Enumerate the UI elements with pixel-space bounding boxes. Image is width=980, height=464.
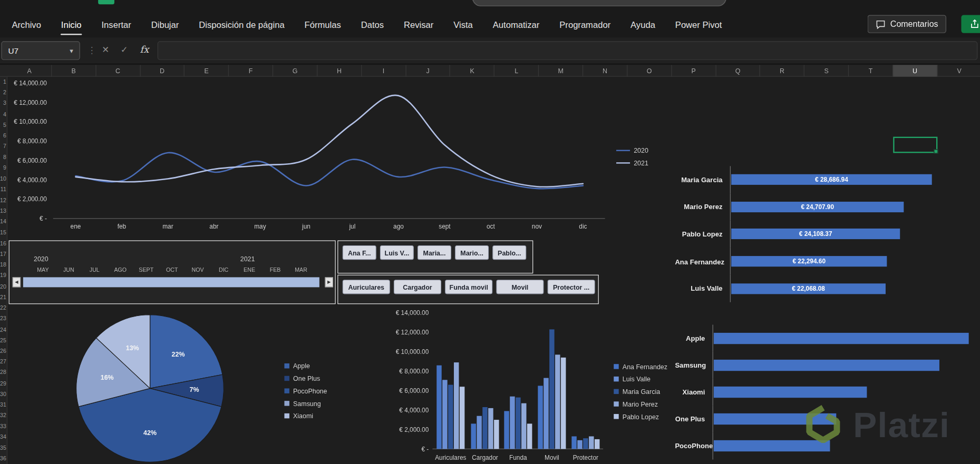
bar-maria-garcia[interactable]: € 28,686.94 [731,174,932,185]
timeline-month-2021-feb[interactable]: FEB [263,266,288,273]
slicer-button-ana-f[interactable]: Ana F... [343,245,376,260]
slicer-button-protector[interactable]: Protector ... [548,280,595,294]
timeline-month-2020-jun[interactable]: JUN [56,266,82,273]
column-bar-ana-fernandez-protector[interactable] [571,436,576,449]
search-box-fragment[interactable] [472,0,726,6]
column-bar-maria-garcia-funda[interactable] [516,398,520,449]
column-bar-ana-fernandez-auriculares[interactable] [436,366,441,449]
ribbon-tab-datos[interactable]: Datos [353,16,392,34]
row-header-32[interactable]: 32 [0,410,6,421]
column-header-r[interactable]: R [760,65,804,77]
column-header-u[interactable]: U [893,65,937,77]
comments-button[interactable]: Comentarios [868,15,946,33]
row-header-31[interactable]: 31 [0,400,6,410]
row-header-25[interactable]: 25 [0,335,6,345]
bar-luis-valle[interactable]: € 22,068.08 [731,283,886,294]
row-header-26[interactable]: 26 [0,346,6,357]
formula-input[interactable] [158,41,977,60]
row-header-30[interactable]: 30 [0,389,6,400]
timeline-selection-bar[interactable] [23,277,319,287]
column-bar-mario-perez-protector[interactable] [589,436,594,449]
slicer-button-auriculares[interactable]: Auriculares [343,280,390,294]
timeline-month-2020-dic[interactable]: DIC [211,266,237,273]
ribbon-tab-automatizar[interactable]: Automatizar [484,16,547,34]
ribbon-tab-power-pivot[interactable]: Power Pivot [667,16,730,34]
column-bar-pablo-lopez-funda[interactable] [527,423,532,449]
insert-function-icon[interactable]: fx [140,44,149,55]
formula-bar-grip[interactable]: ⋮ [88,45,95,55]
ribbon-tab-inicio[interactable]: Inicio [53,16,90,34]
column-bar-luis-valle-cargador[interactable] [477,416,481,449]
row-header-23[interactable]: 23 [0,313,6,324]
ribbon-tab-archivo[interactable]: Archivo [4,16,49,34]
column-bar-maria-garcia-protector[interactable] [583,438,588,449]
slicer-button-luis-v[interactable]: Luis V... [380,245,414,260]
timeline-month-2020-sept[interactable]: SEPT [133,266,159,273]
ribbon-tab-disposici-n-de-p-gina[interactable]: Disposición de página [191,16,293,34]
column-header-v[interactable]: V [937,65,980,77]
monthly-sales-line-chart[interactable]: € -€ 2,000.00€ 4,000.00€ 6,000.00€ 8,000… [13,74,613,234]
row-header-34[interactable]: 34 [0,432,6,442]
bar-pablo-lopez[interactable]: € 24,108.37 [731,229,900,239]
column-bar-maria-garcia-auriculares[interactable] [448,385,453,449]
row-header-9[interactable]: 9 [0,163,6,173]
brand-share-pie-chart[interactable]: 22%7%42%16%13% [70,311,232,464]
column-bar-pablo-lopez-protector[interactable] [595,439,599,449]
cancel-icon[interactable]: ✕ [102,44,109,54]
share-button[interactable]: Compartir [961,15,980,33]
sales-by-product-column-chart[interactable]: € -€ 2,000.00€ 4,000.00€ 6,000.00€ 8,000… [387,306,607,464]
column-bar-pablo-lopez-auriculares[interactable] [460,387,464,449]
timeline-month-2020-oct[interactable]: OCT [159,266,185,273]
timeline-scroll-right[interactable]: ▶ [325,277,333,287]
column-bar-luis-valle-protector[interactable] [577,440,582,449]
timeline-month-2020-nov[interactable]: NOV [185,266,211,273]
column-bar-mario-perez-cargador[interactable] [488,408,493,449]
column-header-t[interactable]: T [849,65,893,77]
row-header-29[interactable]: 29 [0,378,6,389]
row-header-11[interactable]: 11 [0,184,6,195]
ribbon-tab-revisar[interactable]: Revisar [396,16,442,34]
row-header-17[interactable]: 17 [0,249,6,260]
ribbon-tab-ayuda[interactable]: Ayuda [623,16,664,34]
sales-by-seller-bar-chart[interactable]: Maria Garcia€ 28,686.94Mario Perez€ 24,7… [675,166,978,302]
row-header-35[interactable]: 35 [0,443,6,453]
column-bar-luis-valle-auriculares[interactable] [442,380,447,449]
column-header-o[interactable]: O [627,65,672,77]
row-header-22[interactable]: 22 [0,303,6,313]
row-header-10[interactable]: 10 [0,174,6,184]
column-header-q[interactable]: Q [716,65,760,77]
timeline-scroll-left[interactable]: ◀ [13,277,21,287]
row-header-36[interactable]: 36 [0,453,6,464]
ribbon-tab-programador[interactable]: Programador [551,16,619,34]
timeline-month-2020-jul[interactable]: JUL [82,266,108,273]
column-header-s[interactable]: S [804,65,849,77]
row-header-28[interactable]: 28 [0,368,6,378]
row-header-2[interactable]: 2 [0,87,6,98]
slicer-button-cargador[interactable]: Cargador [394,280,441,294]
ribbon-tab-dibujar[interactable]: Dibujar [143,16,187,34]
column-bar-luis-valle-funda[interactable] [510,397,515,449]
row-header-7[interactable]: 7 [0,141,6,152]
row-header-6[interactable]: 6 [0,131,6,141]
column-bar-mario-perez-auriculares[interactable] [454,362,459,449]
row-header-15[interactable]: 15 [0,228,6,238]
row-header-19[interactable]: 19 [0,271,6,281]
ribbon-tab-f-rmulas[interactable]: Fórmulas [296,16,349,34]
column-bar-ana-fernandez-cargador[interactable] [471,423,476,449]
bar-xiaomi[interactable] [714,387,867,398]
bar-samsung[interactable] [714,360,939,371]
timeline-month-2020-may[interactable]: MAY [30,266,56,273]
column-bar-ana-fernandez-funda[interactable] [504,411,509,449]
product-slicer[interactable]: AuricularesCargadorFunda movilMovilProte… [337,275,599,304]
seller-slicer[interactable]: Ana F...Luis V...Maria...Mario...Pablo..… [337,240,533,273]
bar-mario-perez[interactable]: € 24,707.90 [731,202,904,212]
column-bar-luis-valle-movil[interactable] [544,378,548,449]
column-bar-maria-garcia-cargador[interactable] [482,407,487,449]
line-series-2020[interactable] [75,153,583,189]
row-header-16[interactable]: 16 [0,238,6,249]
column-bar-mario-perez-funda[interactable] [521,403,526,449]
row-header-5[interactable]: 5 [0,120,6,131]
slicer-button-pablo[interactable]: Pablo... [492,245,526,260]
timeline-month-2021-ene[interactable]: ENE [237,266,263,273]
row-header-3[interactable]: 3 [0,98,6,109]
